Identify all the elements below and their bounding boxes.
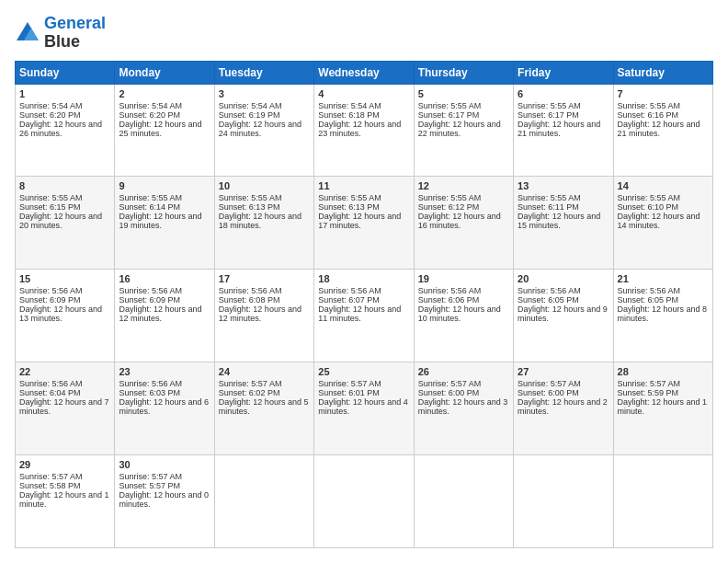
calendar-cell: 22Sunrise: 5:56 AMSunset: 6:04 PMDayligh… (16, 362, 115, 455)
sunrise-label: Sunrise: 5:56 AM (318, 286, 381, 295)
daylight-label: Daylight: 12 hours and 12 minutes. (219, 304, 301, 323)
sunset-label: Sunset: 6:12 PM (418, 202, 480, 212)
sunset-label: Sunset: 6:16 PM (618, 110, 679, 120)
day-number: 1 (19, 88, 110, 99)
page: General Blue SundayMondayTuesdayWednesda… (0, 0, 728, 563)
calendar-cell: 3Sunrise: 5:54 AMSunset: 6:19 PMDaylight… (214, 84, 313, 177)
calendar-cell: 11Sunrise: 5:55 AMSunset: 6:13 PMDayligh… (314, 177, 414, 270)
day-number: 29 (19, 459, 110, 470)
calendar-cell: 24Sunrise: 5:57 AMSunset: 6:02 PMDayligh… (214, 362, 313, 455)
sunrise-label: Sunrise: 5:54 AM (318, 101, 381, 110)
sunset-label: Sunset: 6:00 PM (418, 388, 480, 397)
day-number: 12 (418, 180, 509, 191)
calendar-cell: 10Sunrise: 5:55 AMSunset: 6:13 PMDayligh… (214, 177, 313, 270)
calendar-cell (613, 455, 712, 548)
calendar-cell (414, 455, 513, 548)
daylight-label: Daylight: 12 hours and 7 minutes. (19, 397, 109, 416)
sunrise-label: Sunrise: 5:56 AM (418, 286, 482, 295)
day-header-thursday: Thursday (414, 61, 513, 84)
day-header-sunday: Sunday (16, 61, 115, 84)
sunset-label: Sunset: 6:15 PM (19, 202, 81, 212)
daylight-label: Daylight: 12 hours and 17 minutes. (318, 212, 401, 230)
sunrise-label: Sunrise: 5:57 AM (618, 379, 681, 388)
sunrise-label: Sunrise: 5:55 AM (618, 101, 681, 110)
daylight-label: Daylight: 12 hours and 14 minutes. (618, 212, 700, 230)
day-number: 25 (318, 366, 409, 377)
sunset-label: Sunset: 6:05 PM (518, 295, 579, 304)
sunrise-label: Sunrise: 5:57 AM (418, 379, 482, 388)
calendar-cell: 1Sunrise: 5:54 AMSunset: 6:20 PMDaylight… (16, 84, 115, 177)
day-number: 22 (19, 366, 110, 377)
sunset-label: Sunset: 6:05 PM (618, 295, 679, 304)
sunset-label: Sunset: 6:06 PM (418, 295, 480, 304)
daylight-label: Daylight: 12 hours and 19 minutes. (119, 212, 201, 230)
calendar-cell: 13Sunrise: 5:55 AMSunset: 6:11 PMDayligh… (514, 177, 613, 270)
day-header-tuesday: Tuesday (214, 61, 313, 84)
daylight-label: Daylight: 12 hours and 4 minutes. (318, 397, 408, 416)
day-number: 10 (219, 180, 310, 191)
sunset-label: Sunset: 6:18 PM (318, 110, 380, 120)
day-header-wednesday: Wednesday (314, 61, 414, 84)
sunrise-label: Sunrise: 5:57 AM (119, 472, 182, 481)
sunset-label: Sunset: 6:11 PM (518, 202, 579, 212)
day-number: 3 (219, 88, 310, 99)
sunrise-label: Sunrise: 5:55 AM (418, 101, 482, 110)
sunset-label: Sunset: 6:04 PM (19, 388, 81, 397)
calendar-cell: 2Sunrise: 5:54 AMSunset: 6:20 PMDaylight… (115, 84, 214, 177)
calendar-cell: 29Sunrise: 5:57 AMSunset: 5:58 PMDayligh… (16, 455, 115, 548)
header: General Blue (15, 15, 713, 52)
day-number: 2 (119, 88, 210, 99)
sunrise-label: Sunrise: 5:55 AM (618, 193, 681, 202)
sunset-label: Sunset: 6:07 PM (318, 295, 380, 304)
calendar-cell: 21Sunrise: 5:56 AMSunset: 6:05 PMDayligh… (613, 270, 712, 362)
day-number: 26 (418, 366, 509, 377)
sunrise-label: Sunrise: 5:56 AM (518, 286, 581, 295)
day-number: 19 (418, 273, 509, 284)
day-number: 27 (518, 366, 609, 377)
sunrise-label: Sunrise: 5:56 AM (618, 286, 681, 295)
sunset-label: Sunset: 6:09 PM (19, 295, 81, 304)
sunset-label: Sunset: 6:08 PM (219, 295, 280, 304)
calendar-cell: 19Sunrise: 5:56 AMSunset: 6:06 PMDayligh… (414, 270, 513, 362)
day-number: 21 (618, 273, 709, 284)
daylight-label: Daylight: 12 hours and 21 minutes. (618, 120, 700, 138)
sunset-label: Sunset: 6:02 PM (219, 388, 280, 397)
day-number: 5 (418, 88, 509, 99)
sunset-label: Sunset: 6:13 PM (219, 202, 280, 212)
sunset-label: Sunset: 6:00 PM (518, 388, 579, 397)
day-number: 28 (618, 366, 709, 377)
sunset-label: Sunset: 5:57 PM (119, 481, 180, 490)
sunrise-label: Sunrise: 5:56 AM (19, 379, 83, 388)
calendar-cell (214, 455, 313, 548)
calendar-cell: 26Sunrise: 5:57 AMSunset: 6:00 PMDayligh… (414, 362, 513, 455)
calendar-cell (514, 455, 613, 548)
sunset-label: Sunset: 5:58 PM (19, 481, 81, 490)
day-number: 30 (119, 459, 210, 470)
calendar-table: SundayMondayTuesdayWednesdayThursdayFrid… (15, 61, 713, 548)
sunrise-label: Sunrise: 5:57 AM (219, 379, 282, 388)
sunrise-label: Sunrise: 5:55 AM (318, 193, 381, 202)
calendar-cell: 30Sunrise: 5:57 AMSunset: 5:57 PMDayligh… (115, 455, 214, 548)
daylight-label: Daylight: 12 hours and 1 minute. (19, 490, 109, 509)
sunrise-label: Sunrise: 5:57 AM (518, 379, 581, 388)
calendar-cell: 27Sunrise: 5:57 AMSunset: 6:00 PMDayligh… (514, 362, 613, 455)
sunrise-label: Sunrise: 5:55 AM (418, 193, 482, 202)
daylight-label: Daylight: 12 hours and 26 minutes. (19, 120, 102, 138)
sunrise-label: Sunrise: 5:54 AM (219, 101, 282, 110)
daylight-label: Daylight: 12 hours and 16 minutes. (418, 212, 501, 230)
daylight-label: Daylight: 12 hours and 3 minutes. (418, 397, 508, 416)
day-header-saturday: Saturday (613, 61, 712, 84)
sunrise-label: Sunrise: 5:54 AM (19, 101, 83, 110)
sunset-label: Sunset: 6:03 PM (119, 388, 180, 397)
calendar-cell: 16Sunrise: 5:56 AMSunset: 6:09 PMDayligh… (115, 270, 214, 362)
day-number: 7 (618, 88, 709, 99)
day-number: 6 (518, 88, 609, 99)
calendar-cell: 23Sunrise: 5:56 AMSunset: 6:03 PMDayligh… (115, 362, 214, 455)
daylight-label: Daylight: 12 hours and 15 minutes. (518, 212, 600, 230)
logo-icon (15, 20, 40, 46)
daylight-label: Daylight: 12 hours and 13 minutes. (19, 304, 102, 323)
day-number: 14 (618, 180, 709, 191)
calendar-cell: 15Sunrise: 5:56 AMSunset: 6:09 PMDayligh… (16, 270, 115, 362)
sunrise-label: Sunrise: 5:55 AM (518, 193, 581, 202)
day-number: 20 (518, 273, 609, 284)
